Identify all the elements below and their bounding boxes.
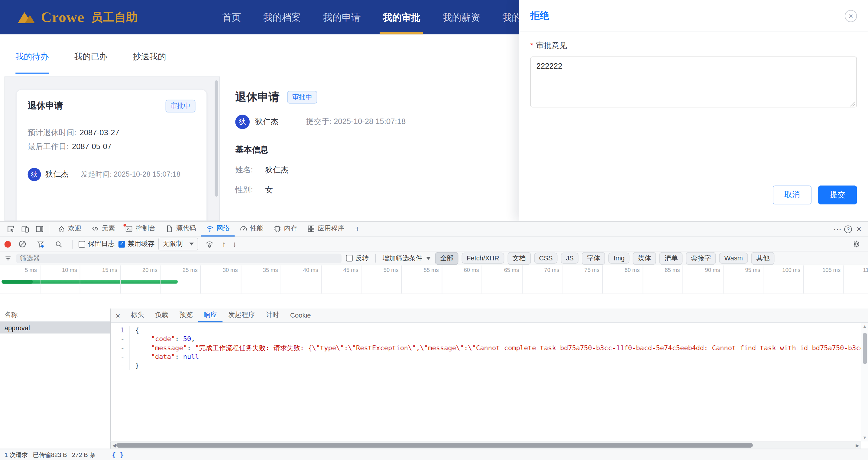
response-tab-响应[interactable]: 响应 bbox=[198, 309, 223, 322]
scroll-right-icon[interactable]: ▶ bbox=[856, 442, 859, 449]
vertical-scrollbar[interactable]: ▲ ▼ bbox=[861, 323, 868, 441]
scroll-down-icon[interactable]: ▼ bbox=[863, 435, 867, 440]
filter-chip-套接字[interactable]: 套接字 bbox=[686, 252, 716, 264]
import-har-icon[interactable]: ↑ bbox=[220, 240, 227, 248]
token: "message" bbox=[135, 344, 187, 352]
nav-item[interactable]: 我的审批 bbox=[381, 0, 422, 34]
close-detail-icon[interactable]: × bbox=[111, 309, 125, 322]
close-devtools-icon[interactable]: × bbox=[855, 224, 864, 234]
sources-icon bbox=[166, 225, 174, 233]
scrollbar-track[interactable]: ◀ ▶ bbox=[111, 441, 861, 449]
timeline-cell: 75 ms bbox=[562, 265, 602, 293]
clear-icon[interactable] bbox=[15, 240, 29, 248]
add-tab-button[interactable]: + bbox=[349, 222, 365, 236]
network-toolbar: 保留日志 ✓ 禁用缓存 无限制 ↑ ↓ bbox=[0, 237, 868, 252]
tab-label: 网络 bbox=[216, 224, 230, 233]
checkbox-icon bbox=[79, 241, 85, 248]
line-code: "data": null bbox=[135, 352, 199, 361]
devtools-tab-应用程序[interactable]: 应用程序 bbox=[302, 222, 349, 236]
scroll-left-icon[interactable]: ◀ bbox=[113, 442, 116, 449]
name-column-header[interactable]: 名称 bbox=[0, 309, 110, 322]
filter-chip-文档[interactable]: 文档 bbox=[507, 252, 531, 264]
nav-item[interactable]: 我的档案 bbox=[261, 0, 303, 34]
tab-我的待办[interactable]: 我的待办 bbox=[16, 40, 49, 74]
filter-icon[interactable] bbox=[33, 240, 48, 248]
brand[interactable]: Crowe 员工自助 bbox=[17, 8, 137, 26]
devtools-tab-内存[interactable]: 内存 bbox=[268, 222, 302, 236]
devtools-tab-控制台[interactable]: 控制台 bbox=[120, 222, 160, 236]
disable-cache-checkbox[interactable]: ✓ 禁用缓存 bbox=[119, 239, 154, 249]
filter-chip-CSS[interactable]: CSS bbox=[534, 253, 558, 264]
preserve-log-checkbox[interactable]: 保留日志 bbox=[79, 239, 115, 249]
response-tab-负载[interactable]: 负载 bbox=[150, 309, 174, 322]
response-tab-Cookie[interactable]: Cookie bbox=[285, 309, 316, 322]
help-icon[interactable]: ? bbox=[844, 225, 852, 233]
scroll-up-icon[interactable]: ▲ bbox=[863, 324, 867, 329]
search-icon[interactable] bbox=[51, 240, 66, 248]
inspect-icon[interactable] bbox=[3, 225, 18, 233]
filter-chip-Img[interactable]: Img bbox=[609, 253, 630, 264]
dock-side-icon[interactable] bbox=[32, 225, 46, 233]
scrollbar-thumb[interactable] bbox=[116, 443, 753, 448]
scrollbar-thumb[interactable] bbox=[863, 333, 867, 364]
timeline-cell: 25 ms bbox=[161, 265, 201, 293]
filter-input[interactable] bbox=[16, 254, 342, 263]
devtools-tab-网络[interactable]: 网络 bbox=[201, 222, 235, 236]
device-toolbar-icon[interactable] bbox=[18, 225, 32, 233]
drawer-body: *审批意见 222222 bbox=[519, 32, 868, 110]
filter-chip-清单[interactable]: 清单 bbox=[659, 252, 683, 264]
timeline-cell: 40 ms bbox=[281, 265, 321, 293]
more-options-icon[interactable]: ⋯ bbox=[833, 224, 842, 234]
comment-label: *审批意见 bbox=[530, 41, 857, 51]
filter-chip-全部[interactable]: 全部 bbox=[435, 252, 459, 264]
export-har-icon[interactable]: ↓ bbox=[231, 240, 238, 248]
cancel-button[interactable]: 取消 bbox=[773, 186, 811, 204]
network-conditions-icon[interactable] bbox=[202, 240, 217, 248]
timeline-tick-label: 40 ms bbox=[303, 267, 318, 273]
close-icon[interactable]: × bbox=[845, 10, 857, 22]
request-row[interactable]: approval bbox=[0, 322, 110, 333]
more-filters-dropdown[interactable]: 增加筛选条件 bbox=[383, 254, 431, 263]
todo-card[interactable]: 退休申请 审批中 预计退休时间:2087-03-27最后工作日:2087-05-… bbox=[16, 89, 207, 221]
invert-checkbox[interactable]: 反转 bbox=[346, 254, 369, 263]
submit-button[interactable]: 提交 bbox=[818, 186, 857, 204]
settings-gear-icon[interactable] bbox=[849, 240, 864, 248]
nav-item[interactable]: 首页 bbox=[221, 0, 243, 34]
console-icon bbox=[125, 225, 133, 233]
filter-chip-Wasm[interactable]: Wasm bbox=[719, 253, 748, 264]
network-main: 名称 approval × 标头负载预览响应发起程序计时Cookie 1{- "… bbox=[0, 309, 868, 441]
todo-scrollbar[interactable] bbox=[215, 81, 218, 197]
devtools-tabs: 欢迎元素控制台源代码网络性能内存应用程序+ bbox=[53, 222, 365, 236]
devtools-tab-性能[interactable]: 性能 bbox=[235, 222, 269, 236]
format-json-button[interactable]: { } bbox=[112, 451, 124, 459]
devtools-tab-元素[interactable]: 元素 bbox=[87, 222, 120, 236]
tab-抄送我的[interactable]: 抄送我的 bbox=[133, 40, 166, 74]
nav-item[interactable]: 我的薪资 bbox=[441, 0, 482, 34]
filter-chip-媒体[interactable]: 媒体 bbox=[633, 252, 656, 264]
applicant-name: 狄仁杰 bbox=[255, 117, 278, 127]
response-tab-预览[interactable]: 预览 bbox=[174, 309, 198, 322]
response-tab-计时[interactable]: 计时 bbox=[260, 309, 285, 322]
network-overview[interactable]: 5 ms10 ms15 ms20 ms25 ms30 ms35 ms40 ms4… bbox=[0, 265, 868, 294]
network-icon bbox=[206, 225, 214, 233]
filter-chip-字体[interactable]: 字体 bbox=[582, 252, 606, 264]
filter-chip-JS[interactable]: JS bbox=[561, 253, 579, 264]
devtools-tab-源代码[interactable]: 源代码 bbox=[160, 222, 201, 236]
devtools-tab-欢迎[interactable]: 欢迎 bbox=[53, 222, 87, 236]
timeline-cell: 95 ms bbox=[723, 265, 764, 293]
filter-chip-Fetch/XHR[interactable]: Fetch/XHR bbox=[462, 253, 504, 264]
comment-textarea[interactable]: 222222 bbox=[530, 57, 857, 108]
tab-label: 控制台 bbox=[136, 224, 156, 233]
response-tab-标头[interactable]: 标头 bbox=[125, 309, 150, 322]
record-icon[interactable] bbox=[4, 241, 11, 248]
tab-我的已办[interactable]: 我的已办 bbox=[74, 40, 107, 74]
throttling-select[interactable]: 无限制 bbox=[158, 238, 198, 251]
nav-item[interactable]: 我的申请 bbox=[321, 0, 362, 34]
resize-grip-icon[interactable] bbox=[850, 101, 855, 107]
response-tab-发起程序[interactable]: 发起程序 bbox=[223, 309, 260, 322]
response-line: - "message": "完成工作流程任务失败: 请求失败: {\"type\… bbox=[111, 344, 861, 352]
timeline-tick-label: 95 ms bbox=[745, 267, 760, 273]
field-value: 2087-03-27 bbox=[80, 128, 119, 137]
tab-label: 内存 bbox=[284, 224, 298, 233]
filter-chip-其他[interactable]: 其他 bbox=[751, 252, 774, 264]
